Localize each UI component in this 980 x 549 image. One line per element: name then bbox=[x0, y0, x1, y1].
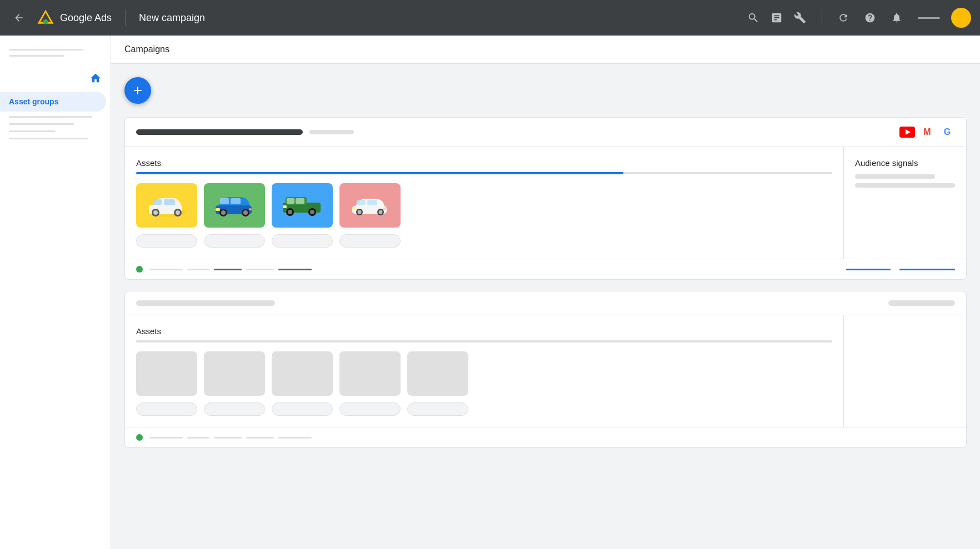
notification-button[interactable] bbox=[887, 8, 907, 28]
svg-rect-19 bbox=[249, 208, 252, 210]
card-1-platform-icons: M G bbox=[899, 127, 955, 138]
svg-point-31 bbox=[358, 210, 362, 214]
asset-skeleton-label-1 bbox=[136, 402, 197, 416]
card-2-header-bar bbox=[136, 300, 275, 306]
content-area: Campaigns + M G bbox=[111, 36, 980, 549]
asset-skeleton-5 bbox=[407, 351, 468, 396]
card-2-audience-section bbox=[844, 315, 966, 427]
svg-point-6 bbox=[153, 210, 158, 215]
car-3-icon bbox=[280, 192, 324, 219]
account-line bbox=[918, 17, 940, 19]
topbar-icons bbox=[743, 7, 811, 28]
content-inner: + M G bbox=[111, 64, 980, 472]
sidebar-nav-lines bbox=[0, 112, 111, 144]
asset-label-2 bbox=[204, 234, 265, 248]
card-1-assets-title: Assets bbox=[136, 158, 832, 168]
card-1-status-dot bbox=[136, 266, 143, 273]
svg-rect-10 bbox=[153, 199, 162, 205]
svg-rect-16 bbox=[231, 198, 241, 204]
card-1-asset-images bbox=[136, 183, 832, 228]
asset-image-2[interactable] bbox=[204, 183, 265, 228]
topbar-divider2 bbox=[822, 9, 822, 26]
app-logo: Google Ads bbox=[36, 8, 112, 28]
card-1-footer-lines bbox=[149, 269, 839, 270]
sidebar-item-asset-groups[interactable]: Asset groups bbox=[0, 92, 106, 112]
audience-line-2 bbox=[855, 183, 955, 188]
asset-skeleton-2 bbox=[204, 351, 265, 396]
card-2-status-dot bbox=[136, 434, 143, 441]
footer-2-line-3 bbox=[214, 437, 242, 439]
asset-label-1 bbox=[136, 234, 197, 248]
sidebar-nav-line-1 bbox=[9, 116, 92, 118]
svg-point-33 bbox=[379, 210, 383, 214]
svg-rect-35 bbox=[357, 200, 366, 205]
card-1-audience-lines bbox=[855, 174, 955, 188]
help-button[interactable] bbox=[860, 8, 880, 28]
youtube-icon bbox=[899, 127, 915, 138]
svg-point-13 bbox=[221, 210, 226, 215]
svg-rect-28 bbox=[283, 205, 287, 208]
card-1-audience-title: Audience signals bbox=[855, 158, 955, 168]
svg-point-15 bbox=[243, 210, 248, 215]
topbar: Google Ads New campaign bbox=[0, 0, 980, 36]
refresh-button[interactable] bbox=[833, 8, 853, 28]
sidebar-nav-line-2 bbox=[9, 123, 74, 125]
google-icon: G bbox=[939, 127, 955, 138]
car-2-icon bbox=[212, 192, 257, 219]
card-1-footer-link-2[interactable] bbox=[899, 269, 955, 270]
card-1-small-bar bbox=[309, 130, 354, 134]
youtube-play-triangle bbox=[906, 129, 911, 135]
card-1-header: M G bbox=[125, 118, 966, 147]
card-1-progress-bar bbox=[136, 172, 832, 174]
asset-skeleton-label-2 bbox=[204, 402, 265, 416]
footer-line-4 bbox=[246, 269, 274, 270]
svg-rect-27 bbox=[296, 198, 304, 204]
card-2-footer-lines bbox=[149, 437, 955, 439]
chart-button[interactable] bbox=[766, 7, 787, 28]
asset-image-1[interactable] bbox=[136, 183, 197, 228]
card-2-progress-bar bbox=[136, 340, 832, 343]
main-layout: Asset groups Campaigns + bbox=[0, 36, 980, 549]
svg-rect-37 bbox=[383, 208, 386, 210]
footer-line-5 bbox=[278, 269, 312, 270]
sidebar-nav-line-3 bbox=[9, 130, 56, 132]
footer-2-line-5 bbox=[278, 437, 312, 439]
asset-label-4 bbox=[339, 234, 401, 248]
sidebar-home-row bbox=[0, 70, 111, 92]
card-1-audience-section: Audience signals bbox=[844, 147, 966, 259]
topbar-divider bbox=[125, 9, 126, 26]
card-2-footer bbox=[125, 427, 966, 447]
card-2-asset-labels bbox=[136, 402, 832, 416]
footer-2-line-4 bbox=[246, 437, 274, 439]
tools-button[interactable] bbox=[789, 7, 811, 28]
app-name: Google Ads bbox=[60, 12, 112, 24]
card-1-footer-link-1[interactable] bbox=[846, 269, 891, 270]
svg-rect-36 bbox=[352, 207, 357, 210]
footer-2-line-2 bbox=[187, 437, 209, 439]
asset-skeleton-label-4 bbox=[339, 402, 401, 416]
asset-image-3[interactable] bbox=[272, 183, 333, 228]
back-button[interactable] bbox=[9, 8, 29, 28]
footer-line-3 bbox=[214, 269, 242, 270]
campaign-name: New campaign bbox=[139, 12, 205, 24]
asset-skeleton-3 bbox=[272, 351, 333, 396]
sidebar: Asset groups bbox=[0, 36, 111, 549]
card-1-footer-links bbox=[846, 269, 955, 270]
audience-line-1 bbox=[855, 174, 935, 179]
svg-rect-9 bbox=[164, 199, 175, 205]
svg-rect-17 bbox=[220, 198, 229, 204]
svg-point-2 bbox=[43, 19, 48, 24]
asset-image-4[interactable] bbox=[339, 183, 401, 228]
card-2-header-bar-right bbox=[888, 300, 955, 306]
car-1-icon bbox=[144, 192, 189, 219]
avatar[interactable] bbox=[951, 8, 971, 28]
svg-rect-18 bbox=[216, 208, 220, 211]
asset-label-3 bbox=[272, 234, 333, 248]
home-icon[interactable] bbox=[89, 72, 102, 87]
footer-line-1 bbox=[149, 269, 183, 270]
card-1-assets-section: Assets bbox=[125, 147, 844, 259]
card-1-footer bbox=[125, 259, 966, 279]
add-asset-group-button[interactable]: + bbox=[124, 77, 151, 104]
search-button[interactable] bbox=[743, 7, 764, 28]
asset-skeleton-4 bbox=[339, 351, 401, 396]
